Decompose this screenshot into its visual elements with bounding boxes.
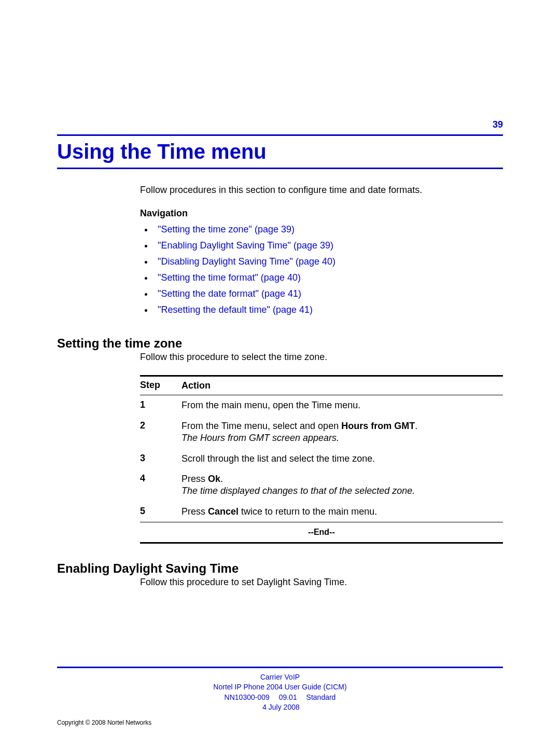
table-row: 3 Scroll through the list and select the… bbox=[140, 449, 503, 469]
page-number: 39 bbox=[57, 119, 503, 130]
title-rule-bottom bbox=[57, 168, 503, 169]
procedure-table: Step Action 1 From the main menu, open t… bbox=[140, 375, 503, 544]
col-header-action: Action bbox=[181, 380, 503, 392]
nav-item[interactable]: "Setting the time format" (page 40) bbox=[153, 272, 503, 283]
table-rule bbox=[140, 542, 503, 544]
step-number: 2 bbox=[140, 420, 181, 445]
nav-item[interactable]: "Disabling Daylight Saving Time" (page 4… bbox=[153, 256, 503, 267]
nav-link[interactable]: "Setting the date format" (page 41) bbox=[158, 288, 301, 299]
table-row: 4 Press Ok. The time displayed changes t… bbox=[140, 469, 503, 502]
footer-rule bbox=[57, 667, 503, 668]
navigation-list: "Setting the time zone" (page 39) "Enabl… bbox=[140, 224, 503, 315]
action-text: twice to return to the main menu. bbox=[239, 506, 377, 517]
section-desc: Follow this procedure to select the time… bbox=[140, 352, 503, 363]
nav-link[interactable]: "Resetting the default time" (page 41) bbox=[158, 305, 313, 315]
action-text: From the Time menu, select and open bbox=[181, 421, 341, 431]
action-bold: Ok bbox=[208, 474, 220, 484]
step-action: From the Time menu, select and open Hour… bbox=[181, 420, 503, 445]
footer-line: Carrier VoIP bbox=[260, 673, 300, 681]
footer-text: Carrier VoIP Nortel IP Phone 2004 User G… bbox=[57, 672, 503, 713]
action-text: Press bbox=[181, 506, 208, 517]
nav-item[interactable]: "Setting the date format" (page 41) bbox=[153, 288, 503, 299]
step-action: Press Cancel twice to return to the main… bbox=[181, 506, 503, 518]
action-bold: Cancel bbox=[208, 506, 239, 517]
title-rule-top bbox=[57, 134, 503, 136]
action-result: The time displayed changes to that of th… bbox=[181, 486, 415, 496]
nav-item[interactable]: "Setting the time zone" (page 39) bbox=[153, 224, 503, 235]
intro-text: Follow procedures in this section to con… bbox=[140, 185, 503, 196]
action-text: . bbox=[220, 474, 223, 484]
chapter-title: Using the Time menu bbox=[57, 140, 503, 163]
step-action: Scroll through the list and select the t… bbox=[181, 453, 503, 465]
table-row: 2 From the Time menu, select and open Ho… bbox=[140, 416, 503, 449]
step-number: 4 bbox=[140, 473, 181, 497]
page-footer: Carrier VoIP Nortel IP Phone 2004 User G… bbox=[57, 667, 503, 726]
table-header-row: Step Action bbox=[140, 377, 503, 395]
action-text: . bbox=[415, 421, 417, 431]
footer-line: NN10300-009 09.01 Standard bbox=[225, 693, 336, 701]
nav-item[interactable]: "Resetting the default time" (page 41) bbox=[153, 305, 503, 315]
table-row: 1 From the main menu, open the Time menu… bbox=[140, 395, 503, 416]
section-title-dst: Enabling Daylight Saving Time bbox=[57, 561, 503, 576]
step-action: Press Ok. The time displayed changes to … bbox=[181, 473, 503, 497]
col-header-step: Step bbox=[140, 380, 181, 392]
nav-link[interactable]: "Enabling Daylight Saving Time" (page 39… bbox=[158, 240, 333, 251]
navigation-heading: Navigation bbox=[140, 208, 503, 219]
table-row: 5 Press Cancel twice to return to the ma… bbox=[140, 502, 503, 522]
section-title-time-zone: Setting the time zone bbox=[57, 336, 503, 351]
action-bold: Hours from GMT bbox=[341, 421, 415, 431]
action-result: The Hours from GMT screen appears. bbox=[181, 433, 339, 443]
nav-item[interactable]: "Enabling Daylight Saving Time" (page 39… bbox=[153, 240, 503, 251]
nav-link[interactable]: "Setting the time zone" (page 39) bbox=[158, 224, 295, 234]
section-desc: Follow this procedure to set Daylight Sa… bbox=[140, 577, 503, 588]
nav-link[interactable]: "Setting the time format" (page 40) bbox=[158, 272, 301, 283]
copyright-text: Copyright © 2008 Nortel Networks bbox=[57, 719, 503, 726]
step-number: 1 bbox=[140, 399, 181, 411]
action-text: Press bbox=[181, 474, 208, 484]
step-action: From the main menu, open the Time menu. bbox=[181, 399, 503, 411]
step-number: 3 bbox=[140, 453, 181, 465]
step-number: 5 bbox=[140, 506, 181, 518]
nav-link[interactable]: "Disabling Daylight Saving Time" (page 4… bbox=[158, 256, 335, 267]
footer-line: Nortel IP Phone 2004 User Guide (CICM) bbox=[213, 683, 346, 691]
procedure-end: --End-- bbox=[140, 522, 503, 542]
footer-line: 4 July 2008 bbox=[260, 703, 300, 711]
